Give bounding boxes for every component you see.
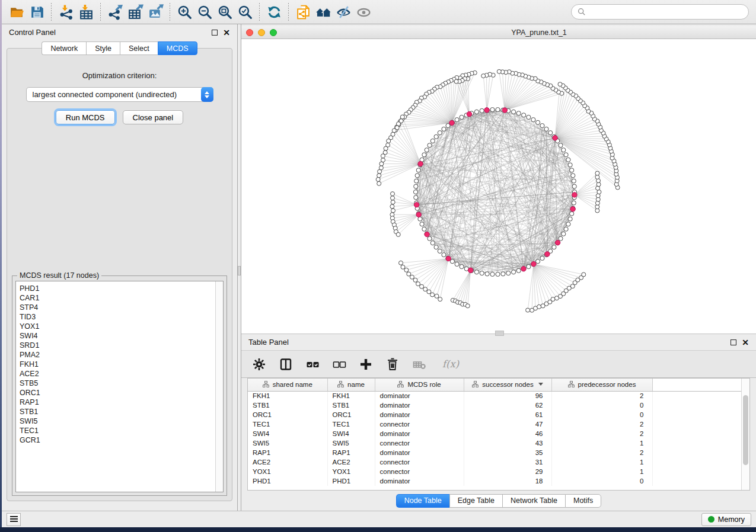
delete-columns-trash-icon[interactable] [384, 356, 401, 373]
table-row[interactable]: FKH1FKH1dominator962 [248, 391, 741, 400]
mcds-result-item[interactable]: PHD1 [20, 284, 215, 293]
cell-name[interactable]: RAP1 [327, 448, 375, 457]
cell-predecessor-nodes[interactable]: 0 [551, 400, 652, 410]
mcds-result-item[interactable]: STB1 [20, 407, 215, 416]
cell-MCDS-role[interactable]: connector [375, 467, 464, 476]
zoom-out-icon[interactable] [194, 2, 215, 22]
zoom-in-icon[interactable] [174, 2, 194, 22]
minimize-window-icon[interactable] [258, 29, 265, 36]
table-row[interactable]: ACE2ACE2connector311 [248, 457, 741, 467]
column-header-successor-nodes[interactable]: successor nodes [464, 379, 551, 391]
mcds-result-item[interactable]: SWI5 [20, 416, 215, 426]
deselect-all-checkboxes-icon[interactable] [331, 356, 347, 373]
tab-network-table[interactable]: Network Table [502, 494, 565, 508]
column-header-shared-name[interactable]: shared name [248, 379, 327, 391]
cell-name[interactable]: SWI4 [327, 429, 375, 438]
cell-MCDS-role[interactable]: connector [375, 419, 464, 429]
column-header-name[interactable]: name [327, 379, 375, 391]
cell-shared-name[interactable]: YOX1 [248, 467, 327, 476]
function-builder-icon[interactable]: f(x) [438, 356, 464, 373]
mcds-dominator-node[interactable] [446, 256, 451, 261]
tab-network[interactable]: Network [42, 41, 86, 55]
cell-predecessor-nodes[interactable]: 1 [551, 467, 652, 476]
import-network-icon[interactable] [56, 2, 76, 22]
mcds-dominator-node[interactable] [484, 108, 489, 113]
mcds-result-item[interactable]: RAP1 [20, 398, 215, 407]
tab-node-table[interactable]: Node Table [396, 494, 449, 508]
home-icon[interactable] [313, 2, 333, 22]
cell-MCDS-role[interactable]: dominator [375, 400, 464, 410]
cell-MCDS-role[interactable]: dominator [375, 391, 464, 400]
mcds-dominator-node[interactable] [414, 203, 419, 207]
cell-shared-name[interactable]: SWI5 [248, 438, 327, 448]
export-table-icon[interactable] [125, 2, 145, 22]
zoom-selected-icon[interactable] [235, 2, 255, 22]
column-header-predecessor-nodes[interactable]: predecessor nodes [551, 379, 652, 391]
mcds-result-item[interactable]: SRD1 [20, 341, 215, 350]
cell-name[interactable]: ACE2 [327, 457, 375, 467]
cell-shared-name[interactable]: PHD1 [248, 476, 327, 486]
mcds-dominator-node[interactable] [545, 252, 550, 257]
table-row[interactable]: SWI5SWI5connector431 [248, 438, 741, 448]
table-scrollbar[interactable] [741, 379, 749, 490]
cell-successor-nodes[interactable]: 18 [464, 476, 551, 486]
mcds-result-item[interactable]: TEC1 [20, 426, 215, 435]
cell-name[interactable]: TEC1 [327, 419, 375, 429]
network-window-titlebar[interactable]: YPA_prune.txt_1 [241, 26, 756, 39]
cell-name[interactable]: STB1 [327, 400, 375, 410]
cell-successor-nodes[interactable]: 47 [464, 419, 551, 429]
mcds-dominator-node[interactable] [418, 161, 423, 166]
save-icon[interactable] [27, 2, 47, 22]
scrollbar-thumb[interactable] [743, 395, 748, 465]
cell-predecessor-nodes[interactable]: 2 [551, 419, 652, 429]
cell-shared-name[interactable]: STB1 [248, 400, 327, 410]
table-row[interactable]: YOX1YOX1connector291 [248, 467, 741, 476]
table-row[interactable]: SWI4SWI4dominator462 [248, 429, 741, 438]
mcds-result-item[interactable]: ACE2 [20, 369, 215, 379]
maximize-window-icon[interactable] [270, 29, 277, 36]
horizontal-splitter-grip[interactable] [495, 331, 504, 336]
mcds-dominator-node[interactable] [502, 108, 507, 113]
cell-successor-nodes[interactable]: 46 [464, 429, 551, 438]
cell-successor-nodes[interactable]: 43 [464, 438, 551, 448]
mcds-result-item[interactable]: CAR1 [20, 293, 215, 303]
mcds-dominator-node[interactable] [468, 268, 473, 273]
mcds-result-item[interactable]: STP4 [20, 303, 215, 312]
cell-name[interactable]: FKH1 [327, 391, 375, 400]
open-file-icon[interactable] [7, 2, 27, 22]
automation-panel-icon[interactable] [7, 513, 21, 526]
select-all-checkboxes-icon[interactable] [304, 356, 321, 373]
cell-predecessor-nodes[interactable]: 0 [551, 410, 652, 419]
cell-MCDS-role[interactable]: dominator [375, 448, 464, 457]
mcds-result-item[interactable]: SWI4 [20, 331, 215, 341]
mcds-dominator-node[interactable] [425, 232, 429, 236]
run-mcds-button[interactable]: Run MCDS [56, 110, 115, 124]
cell-shared-name[interactable]: RAP1 [248, 448, 327, 457]
cell-name[interactable]: PHD1 [327, 476, 375, 486]
tab-edge-table[interactable]: Edge Table [449, 494, 502, 508]
cell-shared-name[interactable]: FKH1 [248, 391, 327, 400]
table-row[interactable]: TEC1TEC1connector472 [248, 419, 741, 429]
mcds-result-item[interactable]: YOX1 [20, 322, 215, 331]
cell-predecessor-nodes[interactable]: 0 [551, 476, 652, 486]
cell-successor-nodes[interactable]: 31 [464, 457, 551, 467]
cell-predecessor-nodes[interactable]: 2 [551, 391, 652, 400]
cell-predecessor-nodes[interactable]: 1 [551, 438, 652, 448]
mcds-dominator-node[interactable] [521, 267, 526, 271]
mcds-result-item[interactable]: PMA2 [20, 350, 215, 360]
mcds-result-item[interactable]: STB5 [20, 379, 215, 388]
import-table-icon[interactable] [76, 2, 96, 22]
splitter-grip[interactable] [238, 266, 241, 275]
show-columns-icon[interactable] [277, 356, 294, 373]
mcds-dominator-node[interactable] [555, 240, 560, 245]
search-input[interactable] [589, 8, 742, 16]
cell-shared-name[interactable]: SWI4 [248, 429, 327, 438]
network-graph[interactable] [241, 39, 754, 333]
cell-MCDS-role[interactable]: connector [375, 457, 464, 467]
mcds-result-item[interactable]: FKH1 [20, 360, 215, 369]
cell-MCDS-role[interactable]: dominator [375, 410, 464, 419]
mcds-list-scrollbar[interactable] [215, 281, 223, 492]
cell-name[interactable]: ORC1 [327, 410, 375, 419]
cell-successor-nodes[interactable]: 62 [464, 400, 551, 410]
vertical-splitter[interactable] [237, 24, 241, 511]
